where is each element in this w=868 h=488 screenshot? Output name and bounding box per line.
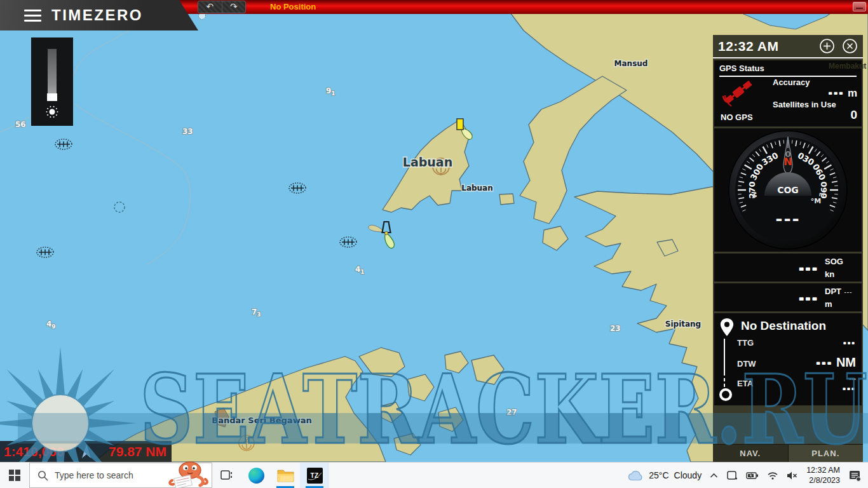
menu-icon[interactable] — [24, 10, 41, 22]
scale-bar[interactable]: 1:410,000 79.87 NM — [0, 441, 172, 462]
brightness-sun-icon[interactable] — [44, 104, 60, 119]
sog-unit: kn — [825, 269, 834, 279]
brightness-handle[interactable] — [47, 93, 57, 101]
edge-icon — [248, 468, 264, 484]
taskbar-time: 12:32 AM — [806, 465, 840, 475]
edge-button[interactable] — [241, 463, 271, 488]
destination-pin-icon — [719, 318, 735, 338]
eta-value-2: --- — [843, 383, 856, 394]
sog-value: --- — [799, 259, 818, 277]
sog-label: SOG — [825, 257, 843, 266]
volume-muted-icon[interactable] — [787, 471, 798, 480]
scale-ratio: 1:410,000 — [4, 444, 64, 459]
dpt-unit: m — [825, 299, 832, 309]
battery-icon[interactable] — [746, 471, 759, 480]
taskbar-clock[interactable]: 12:32 AM 2/8/2023 — [806, 465, 840, 486]
sog-card[interactable]: --- SOG kn — [714, 254, 862, 281]
eta-value-1: --- — [843, 374, 856, 383]
ttg-value: --- — [843, 337, 856, 348]
task-view-button[interactable] — [212, 463, 241, 488]
brightness-panel — [31, 37, 73, 126]
navdata-panel: 12:32 AM GPS Status — [713, 35, 863, 462]
dtw-unit: NM — [836, 355, 856, 369]
svg-text:27: 27 — [506, 408, 517, 417]
redo-button[interactable]: ↷ — [222, 1, 246, 13]
svg-text:56: 56 — [15, 120, 26, 129]
north-marker: N — [783, 156, 792, 168]
label-bandar: Bandar Seri Begawan — [212, 416, 311, 425]
cog-value: --- — [775, 209, 801, 229]
ttg-label: TTG — [737, 338, 754, 348]
divider — [719, 76, 857, 77]
timezero-icon: TZ — [307, 468, 323, 484]
tab-plan[interactable]: PLAN. — [788, 445, 864, 462]
timezero-app-button[interactable]: TZ — [300, 463, 329, 488]
tray-chevron-icon[interactable] — [710, 473, 718, 478]
dpt-label: DPT — [825, 287, 841, 296]
dpt-value: --- — [799, 288, 818, 307]
svg-text:33: 33 — [182, 127, 193, 136]
dpt-secondary: --- — [844, 288, 852, 295]
panel-header: 12:32 AM — [713, 35, 863, 58]
wifi-icon[interactable] — [767, 471, 778, 480]
tablet-tray-icon[interactable] — [726, 470, 738, 480]
file-explorer-icon — [277, 468, 294, 483]
cog-label: COG — [777, 185, 799, 195]
accuracy-value: --- — [829, 86, 844, 99]
accuracy-unit: m — [848, 87, 857, 99]
dpt-card[interactable]: --- DPT --- m — [714, 283, 862, 311]
weather-temp: 25°C — [649, 470, 668, 480]
minimize-icon — [856, 8, 863, 9]
windows-taskbar: Type here to search — [0, 462, 868, 488]
dtw-label: DTW — [737, 359, 756, 369]
cloud-icon — [627, 470, 644, 481]
cog-unit: °M — [811, 197, 821, 205]
label-membakut: Membakut — [829, 62, 866, 71]
gps-status-value: NO GPS — [721, 112, 753, 122]
satellite-icon — [719, 78, 756, 112]
label-labuan-big: Labuan — [403, 155, 452, 169]
brightness-track[interactable] — [48, 49, 57, 100]
add-nunc-icon[interactable] — [819, 38, 835, 54]
windows-logo-icon — [9, 470, 20, 481]
task-view-icon — [220, 470, 233, 481]
destination-card[interactable]: No Destination TTG --- DTW --- NM ETA --… — [714, 313, 862, 405]
panel-clock: 12:32 AM — [718, 39, 778, 54]
search-icon — [37, 470, 48, 481]
satellites-value: 0 — [773, 108, 857, 122]
workspace-tabs: NAV. PLAN. — [713, 444, 863, 462]
undo-redo-group: ↶ ↷ — [198, 1, 246, 13]
close-panel-icon[interactable] — [842, 38, 858, 54]
search-input[interactable]: Type here to search — [29, 463, 212, 488]
undo-button[interactable]: ↶ — [198, 1, 222, 13]
route-rail — [724, 339, 725, 376]
minimize-button[interactable] — [853, 2, 866, 11]
cog-compass-card[interactable]: 2703003300030060090WE N COG °M --- — [714, 128, 862, 252]
file-explorer-button[interactable] — [271, 463, 300, 488]
octopus-mascot — [165, 461, 212, 488]
label-labuan-small: Labuan — [461, 184, 493, 193]
route-rail-dashed — [724, 378, 725, 387]
label-mansud: Mansud — [614, 59, 648, 68]
taskbar-date: 2/8/2023 — [806, 475, 840, 485]
label-sipitang: Sipitang — [665, 320, 701, 329]
tab-nav[interactable]: NAV. — [713, 445, 788, 462]
route-end-icon — [719, 388, 732, 401]
app-header: TIMEZERO — [0, 0, 203, 30]
destination-title: No Destination — [741, 319, 826, 333]
weather-condition: Cloudy — [674, 470, 702, 480]
weather-widget[interactable]: 25°C Cloudy — [627, 470, 702, 481]
notification-center-icon[interactable] — [848, 470, 862, 482]
scale-distance: 79.87 NM — [109, 444, 166, 459]
start-button[interactable] — [0, 463, 29, 488]
app-title: TIMEZERO — [51, 6, 143, 24]
gps-status-title: GPS Status — [719, 64, 764, 73]
alarm-text: No Position — [270, 2, 316, 11]
eta-label: ETA — [737, 379, 753, 388]
dtw-value: --- — [816, 355, 832, 369]
svg-text:23: 23 — [610, 324, 621, 333]
search-placeholder: Type here to search — [55, 470, 133, 480]
north-arrow-icon — [78, 443, 95, 461]
svg-text:W: W — [750, 191, 758, 198]
